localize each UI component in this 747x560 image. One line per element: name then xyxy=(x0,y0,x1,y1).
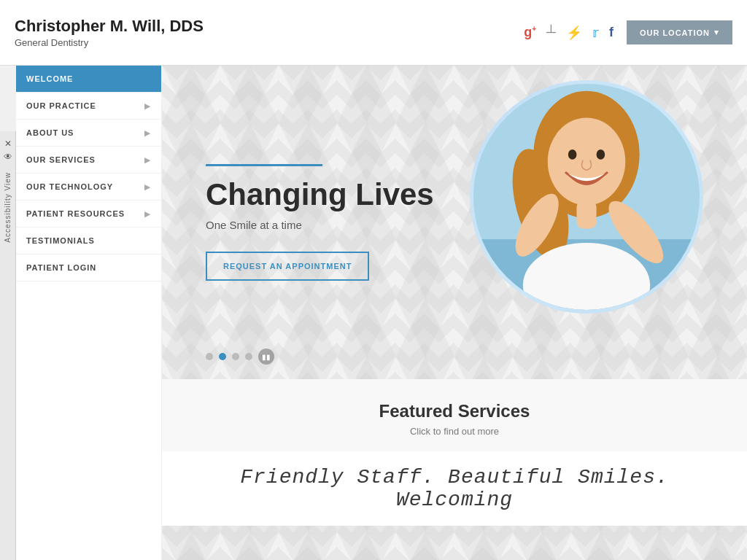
main-layout: ✕ 👁 Accessibility View WELCOME OUR PRACT… xyxy=(0,66,747,560)
svg-rect-11 xyxy=(576,201,596,229)
tagline-text: Friendly Staff. Beautiful Smiles. Welcom… xyxy=(177,466,732,511)
social-icons: g+ ┴ ⚡ 𝕣 f xyxy=(524,25,614,41)
featured-services-section: Featured Services Click to find out more xyxy=(162,379,747,451)
nav-item-patient-login[interactable]: PATIENT LOGIN xyxy=(16,254,161,281)
nav-arrow-our-technology: ▶ xyxy=(144,183,151,191)
nav-item-our-technology[interactable]: OUR TECHNOLOGY ▶ xyxy=(16,174,161,201)
location-arrow-icon: ▾ xyxy=(714,28,719,37)
content-area: Changing Lives One Smile at a time REQUE… xyxy=(162,66,747,560)
nav-item-welcome[interactable]: WELCOME xyxy=(16,66,161,93)
nav-arrow-our-services: ▶ xyxy=(144,156,151,164)
hero-subtitle: One Smile at a time xyxy=(206,219,434,231)
nav-label-our-services: OUR SERVICES xyxy=(26,155,96,164)
slider-dot-1[interactable] xyxy=(206,353,213,360)
header-right: g+ ┴ ⚡ 𝕣 f OUR LOCATION ▾ xyxy=(524,20,732,44)
accessibility-eye-icon[interactable]: 👁 xyxy=(4,152,12,162)
nav-label-patient-login: PATIENT LOGIN xyxy=(26,263,96,272)
logo-area: Christopher M. Will, DDS General Dentist… xyxy=(15,17,204,48)
logo-subtitle: General Dentistry xyxy=(15,37,204,48)
header: Christopher M. Will, DDS General Dentist… xyxy=(0,0,747,66)
nav-label-patient-resources: PATIENT RESOURCES xyxy=(26,209,125,218)
tagline-section: Friendly Staff. Beautiful Smiles. Welcom… xyxy=(162,451,747,526)
nav-arrow-patient-resources: ▶ xyxy=(144,210,151,218)
nav-item-our-services[interactable]: OUR SERVICES ▶ xyxy=(16,147,161,174)
slider-dot-4[interactable] xyxy=(245,353,252,360)
yelp-icon[interactable]: ⚡ xyxy=(566,25,582,41)
nav-label-our-technology: OUR TECHNOLOGY xyxy=(26,182,113,191)
location-button[interactable]: OUR LOCATION ▾ xyxy=(627,20,732,44)
hero-section: Changing Lives One Smile at a time REQUE… xyxy=(162,66,747,379)
svg-point-9 xyxy=(597,149,605,160)
accessibility-bar: ✕ 👁 Accessibility View xyxy=(0,131,16,560)
twitter-icon[interactable]: 𝕣 xyxy=(592,25,599,41)
svg-point-7 xyxy=(548,118,626,206)
appointment-button[interactable]: REQUEST AN APPOINTMENT xyxy=(206,252,369,281)
nav-label-about-us: ABOUT US xyxy=(26,128,74,137)
featured-services-title: Featured Services xyxy=(177,401,732,421)
sidebar-nav: WELCOME OUR PRACTICE ▶ ABOUT US ▶ OUR SE… xyxy=(16,66,162,560)
nav-label-our-practice: OUR PRACTICE xyxy=(26,101,96,110)
nav-label-testimonials: TESTIMONIALS xyxy=(26,236,95,245)
person-illustration xyxy=(473,80,700,314)
google-plus-icon[interactable]: g+ xyxy=(524,25,536,40)
hero-title: Changing Lives xyxy=(206,178,434,211)
svg-point-8 xyxy=(568,149,577,160)
slider-pause-button[interactable]: ▮▮ xyxy=(258,349,274,365)
nav-item-testimonials[interactable]: TESTIMONIALS xyxy=(16,228,161,254)
yelp-fork-icon[interactable]: ┴ xyxy=(546,25,556,40)
location-label: OUR LOCATION xyxy=(640,28,710,37)
nav-item-our-practice[interactable]: OUR PRACTICE ▶ xyxy=(16,93,161,120)
facebook-icon[interactable]: f xyxy=(609,25,614,40)
featured-services-subtitle: Click to find out more xyxy=(177,426,732,437)
nav-label-welcome: WELCOME xyxy=(26,74,73,83)
nav-arrow-about-us: ▶ xyxy=(144,129,151,137)
nav-item-patient-resources[interactable]: PATIENT RESOURCES ▶ xyxy=(16,201,161,228)
nav-arrow-our-practice: ▶ xyxy=(144,102,151,110)
slider-dot-2[interactable] xyxy=(219,353,226,360)
accessibility-close-icon[interactable]: ✕ xyxy=(4,139,12,149)
logo-title: Christopher M. Will, DDS xyxy=(15,17,204,36)
nav-item-about-us[interactable]: ABOUT US ▶ xyxy=(16,120,161,147)
slider-dots: ▮▮ xyxy=(206,349,274,365)
hero-decorative-line xyxy=(206,164,322,166)
accessibility-label: Accessibility View xyxy=(4,172,12,243)
hero-image xyxy=(470,80,703,314)
slider-dot-3[interactable] xyxy=(232,353,239,360)
hero-content: Changing Lives One Smile at a time REQUE… xyxy=(206,164,434,281)
